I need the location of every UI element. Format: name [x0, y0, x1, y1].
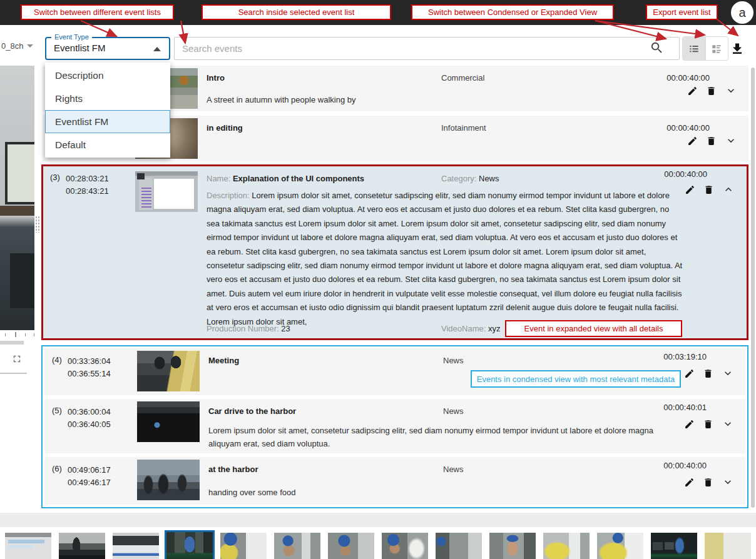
description-label: Description: [207, 191, 250, 200]
delete-icon[interactable] [706, 86, 717, 96]
annotation-switch-view: Switch between Condensed or Expanded Vie… [411, 4, 614, 20]
condensed-view-button[interactable] [705, 37, 728, 60]
filmstrip-thumbnail[interactable] [543, 533, 590, 559]
menu-item-description[interactable]: Description [45, 64, 170, 87]
filmstrip-thumbnail[interactable] [705, 533, 751, 559]
event-row[interactable]: (5) 00:36:00:04 00:36:40:05 Car drive to… [44, 399, 745, 453]
filmstrip-thumbnail[interactable] [489, 533, 536, 559]
event-category: News [443, 356, 464, 365]
timeline-tick [34, 333, 34, 336]
filmstrip-thumbnail[interactable] [274, 533, 320, 559]
edit-icon[interactable] [687, 86, 698, 96]
video-frame-laptop [5, 142, 34, 204]
event-index: (6) [52, 464, 62, 473]
event-timecodes: 00:33:36:04 00:36:55:14 [68, 355, 111, 380]
chevron-down-icon [27, 44, 33, 48]
filmstrip-thumbnail[interactable] [382, 533, 428, 559]
timecode-in: 00:33:36:04 [68, 355, 111, 368]
event-duration: 00:00:40:00 [663, 461, 707, 470]
chevron-down-icon[interactable] [725, 84, 737, 97]
download-icon [730, 41, 745, 56]
delete-icon[interactable] [703, 184, 714, 195]
search-input[interactable] [174, 37, 680, 60]
event-actions [685, 183, 735, 196]
export-button[interactable] [730, 41, 745, 56]
user-avatar[interactable]: a [731, 1, 753, 24]
filmstrip-thumbnail[interactable] [5, 533, 51, 559]
edit-icon[interactable] [684, 419, 695, 430]
menu-item-eventlist-fm[interactable]: Eventlist FM [45, 110, 170, 133]
filmstrip-thumbnail[interactable] [220, 533, 267, 559]
timeline-scrollbar[interactable] [0, 341, 24, 345]
filmstrip-thumbnail-selected[interactable] [165, 530, 215, 559]
filmstrip-divider-band [0, 513, 756, 527]
event-description-field: Description: Lorem ipsum dolor sit amet,… [207, 189, 683, 330]
event-row[interactable]: (4) 00:33:36:04 00:36:55:14 Meeting News… [44, 348, 745, 395]
filmstrip-thumbnail[interactable] [113, 533, 159, 559]
filmstrip-thumbnail[interactable] [597, 533, 643, 559]
channel-select[interactable]: 0_8ch [1, 41, 33, 51]
filmstrip-thumbnail[interactable] [59, 533, 105, 559]
app-window: Switch between different event lists Sea… [0, 0, 756, 559]
event-actions [687, 84, 737, 97]
view-toggle-group [682, 36, 728, 61]
list-view-button[interactable] [683, 37, 705, 60]
menu-item-rights[interactable]: Rights [45, 87, 170, 110]
filmstrip-thumbnail[interactable] [651, 533, 697, 559]
chevron-down-icon[interactable] [722, 476, 734, 488]
player-divider [0, 373, 27, 374]
event-duration: 00:00:40:00 [667, 73, 710, 83]
delete-icon[interactable] [703, 477, 713, 488]
menu-item-default[interactable]: Default [45, 133, 170, 156]
event-row[interactable]: (6) 00:49:06:17 00:49:46:17 at the harbo… [44, 457, 745, 505]
annotation-expanded-view: Event in expanded view with all details [505, 320, 682, 337]
event-name-value: Explanation of the UI components [233, 174, 364, 183]
chevron-down-icon[interactable] [722, 418, 734, 430]
scrollbar[interactable] [751, 68, 755, 508]
delete-icon[interactable] [703, 368, 713, 379]
timecode-out: 00:28:43:21 [66, 185, 109, 198]
event-actions [684, 418, 734, 430]
timecode-out: 00:36:40:05 [68, 418, 111, 431]
chevron-up-icon[interactable] [722, 183, 735, 196]
event-duration: 00:00:40:01 [663, 403, 707, 412]
event-category: Infotainment [441, 123, 486, 133]
fullscreen-button[interactable] [11, 353, 24, 366]
edit-icon[interactable] [685, 184, 695, 195]
chevron-down-icon[interactable] [722, 367, 734, 380]
filmstrip-thumbnail[interactable] [436, 533, 482, 559]
event-category: News [443, 406, 464, 416]
edit-icon[interactable] [684, 368, 695, 379]
list-view-icon [688, 43, 700, 55]
search-icon[interactable] [650, 41, 664, 55]
video-frame-desk-edge [0, 206, 34, 216]
delete-icon[interactable] [706, 136, 717, 146]
timecode-out: 00:36:55:14 [68, 368, 111, 380]
edit-icon[interactable] [687, 136, 698, 146]
annotation-switch-lists: Switch between different event lists [21, 4, 174, 20]
video-name-field: VideoName: xyz [441, 324, 500, 333]
video-name-value: xyz [488, 324, 501, 333]
event-description: handing over some food [208, 486, 659, 499]
video-name-label: VideoName: [441, 324, 486, 333]
event-title: at the harbor [208, 465, 258, 474]
chevron-down-icon[interactable] [725, 134, 737, 147]
timeline-tick [25, 333, 26, 336]
event-timecodes: 00:49:06:17 00:49:46:17 [68, 464, 111, 489]
video-preview[interactable] [0, 66, 34, 330]
event-thumbnail [137, 460, 200, 500]
edit-icon[interactable] [684, 477, 695, 488]
timecode-in: 00:49:06:17 [68, 464, 111, 476]
annotation-export: Export event list [646, 4, 718, 20]
condensed-view-icon [710, 43, 723, 55]
event-category-value: News [479, 174, 499, 183]
event-row-expanded[interactable]: (3) 00:28:03:21 00:28:43:21 Name: Explan… [41, 164, 748, 340]
event-duration: 00:00:40:00 [667, 123, 710, 133]
event-actions [684, 476, 734, 488]
production-number-label: Production Number: [207, 324, 279, 333]
filmstrip-thumbnail[interactable] [328, 533, 374, 559]
splitter-drag-handle[interactable] [35, 216, 41, 233]
event-title: Car drive to the harbor [208, 406, 296, 416]
event-duration: 00:03:19:10 [663, 352, 707, 361]
delete-icon[interactable] [703, 419, 713, 430]
